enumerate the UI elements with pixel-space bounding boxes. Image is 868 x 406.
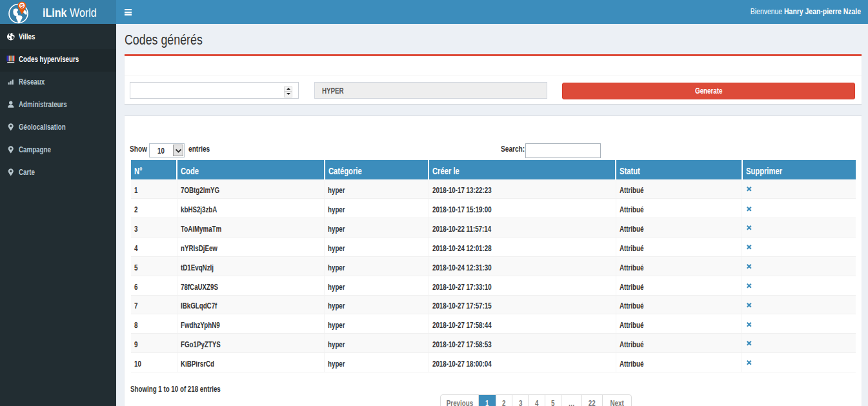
- svg-text:S: S: [20, 3, 24, 9]
